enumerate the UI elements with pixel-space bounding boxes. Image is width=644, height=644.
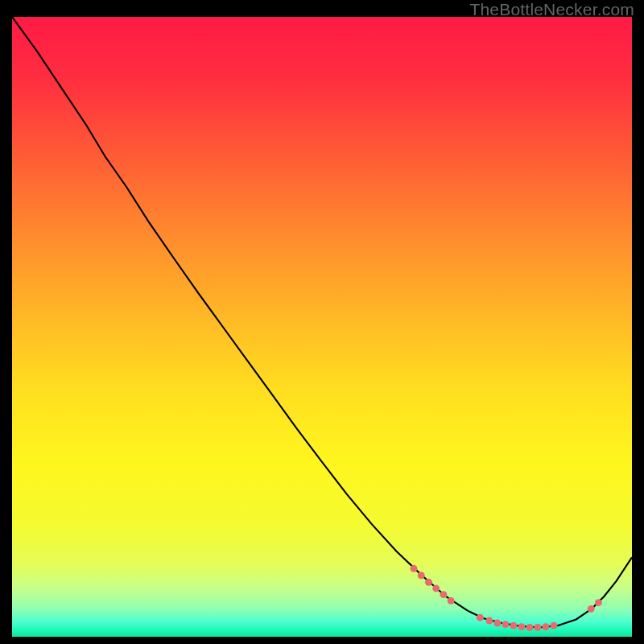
curve-layer [12,17,632,637]
highlight-dot [543,623,550,630]
highlight-dot [410,565,417,572]
plot-area [12,17,632,637]
highlight-dot [526,624,533,631]
highlight-dot [518,623,525,630]
highlight-dot [440,591,447,598]
highlight-dot [595,599,602,606]
highlight-dot [534,624,541,631]
highlight-dot [418,572,425,579]
highlight-dot [510,622,517,630]
highlight-dot [448,597,455,605]
bottleneck-curve [12,17,632,627]
highlight-dot [502,621,509,628]
highlight-dot [432,584,440,592]
highlight-dot [477,614,484,621]
chart-stage: TheBottleNecker.com [0,0,644,644]
highlight-dot [493,620,501,627]
highlight-dot [425,579,432,586]
highlight-dot [485,617,493,625]
highlight-dot [588,605,595,613]
highlight-dot [551,622,558,630]
